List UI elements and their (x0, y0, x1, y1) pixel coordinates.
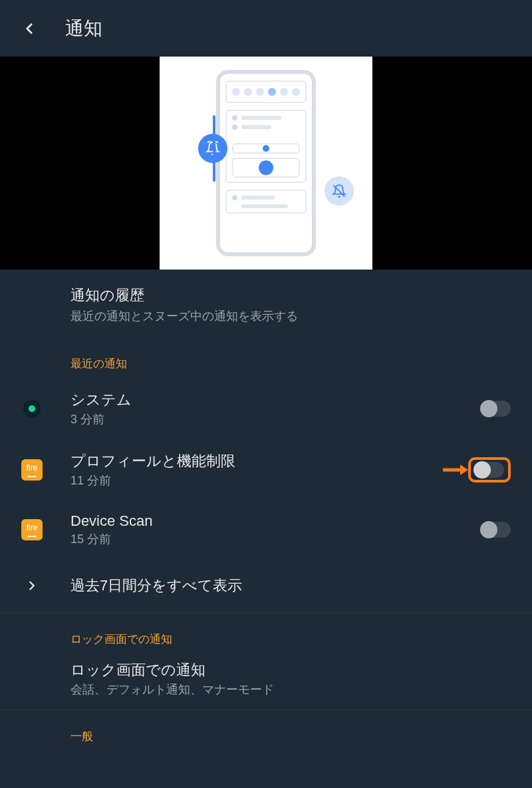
show-all-row[interactable]: 過去7日間分をすべて表示 (0, 559, 532, 612)
toggle-devicescan[interactable] (481, 522, 511, 538)
illus-sub-2 (232, 158, 300, 178)
app-header: 通知 (0, 0, 532, 57)
recent-item-profile[interactable]: fire プロフィールと機能制限 11 分前 (0, 439, 532, 500)
system-icon (21, 398, 43, 419)
page-title: 通知 (65, 16, 102, 41)
lockscreen-header: ロック画面での通知 (0, 613, 532, 654)
illus-dots (225, 81, 307, 103)
illus-notif-block (225, 110, 307, 183)
highlight-arrow-icon (442, 463, 468, 477)
lockscreen-row[interactable]: ロック画面での通知 会話、デフォルト通知、マナーモード (0, 654, 532, 709)
item-title: プロフィールと機能制限 (70, 451, 468, 471)
item-time: 15 分前 (70, 531, 481, 547)
back-button[interactable] (13, 13, 45, 45)
history-subtitle: 最近の通知とスヌーズ中の通知を表示する (70, 308, 511, 324)
history-section[interactable]: 通知の履歴 最近の通知とスヌーズ中の通知を表示する (0, 270, 532, 337)
show-all-label: 過去7日間分をすべて表示 (70, 576, 511, 596)
illustration-area (0, 57, 532, 270)
recent-header: 最近の通知 (0, 337, 532, 378)
fire-icon: fire (21, 459, 43, 481)
history-title: 通知の履歴 (70, 286, 511, 305)
chevron-left-icon (21, 20, 38, 37)
chevron-right-icon (21, 575, 43, 596)
item-title: システム (70, 390, 481, 410)
item-title: Device Scan (70, 512, 481, 530)
svg-marker-2 (460, 465, 468, 475)
recent-item-system[interactable]: システム 3 分前 (0, 378, 532, 439)
item-time: 11 分前 (70, 473, 468, 489)
lockscreen-subtitle: 会話、デフォルト通知、マナーモード (70, 682, 511, 697)
toggle-system[interactable] (481, 401, 511, 417)
content: 通知の履歴 最近の通知とスヌーズ中の通知を表示する 最近の通知 システム 3 分… (0, 270, 532, 751)
bell-off-icon (325, 176, 354, 206)
recent-item-devicescan[interactable]: fire Device Scan 15 分前 (0, 500, 532, 559)
illustration-phone (216, 70, 316, 256)
illus-notif-block-2 (225, 190, 307, 214)
fire-icon: fire (21, 519, 43, 540)
illus-bar (213, 115, 215, 182)
toggle-profile[interactable] (475, 462, 504, 478)
illus-sub-1 (232, 143, 300, 154)
lockscreen-title: ロック画面での通知 (70, 660, 511, 680)
illustration-card (160, 57, 372, 270)
highlight-box (468, 457, 511, 483)
general-header: 一般 (0, 710, 532, 751)
item-time: 3 分前 (70, 411, 481, 427)
